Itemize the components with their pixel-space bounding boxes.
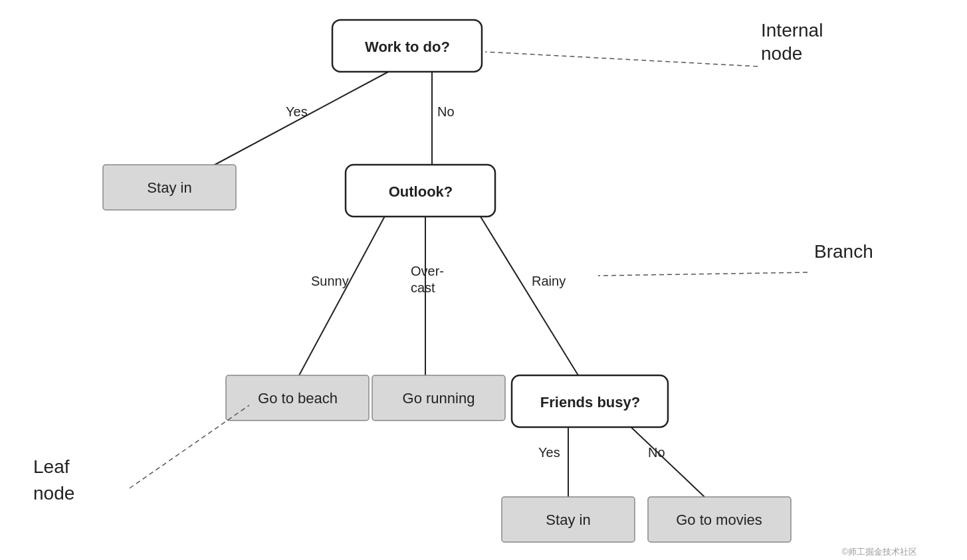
annotation-leaf-label: Leaf xyxy=(33,456,70,477)
annotation-leaf-label2: node xyxy=(33,483,74,504)
node-root-label: Work to do? xyxy=(365,39,450,55)
annotation-branch-label: Branch xyxy=(814,241,873,262)
branch-label-no-friends: No xyxy=(648,445,665,460)
branch-label-yes-work: Yes xyxy=(286,104,308,119)
node-outlook-label: Outlook? xyxy=(389,183,453,200)
node-running-label: Go running xyxy=(403,390,475,407)
edge-root-stayin1 xyxy=(206,70,392,169)
branch-label-no-work: No xyxy=(437,104,455,119)
branch-label-rainy: Rainy xyxy=(532,274,566,288)
node-friends-label: Friends busy? xyxy=(540,394,640,411)
annotation-branch-line xyxy=(598,272,807,276)
node-beach-label: Go to beach xyxy=(258,390,338,407)
node-stayin2-label: Stay in xyxy=(546,512,590,528)
branch-label-overcast: Over- xyxy=(411,264,444,278)
edge-outlook-friends xyxy=(472,203,578,375)
annotation-internal-line xyxy=(485,52,758,66)
decision-tree-diagram: Yes No Sunny Over- cast Rainy Yes No Wor… xyxy=(0,0,967,560)
annotation-leaf-line xyxy=(130,405,249,488)
watermark-text: ©师工掘金技术社区 xyxy=(841,547,917,557)
edge-outlook-beach xyxy=(299,203,392,375)
annotation-internal-label2: node xyxy=(761,43,802,64)
node-stayin1-label: Stay in xyxy=(147,179,191,196)
node-movies-label: Go to movies xyxy=(676,512,762,528)
annotation-internal-label: Internal xyxy=(761,20,823,41)
branch-label-yes-friends: Yes xyxy=(538,445,560,460)
branch-label-sunny: Sunny xyxy=(311,274,349,288)
branch-label-overcast2: cast xyxy=(411,280,435,295)
